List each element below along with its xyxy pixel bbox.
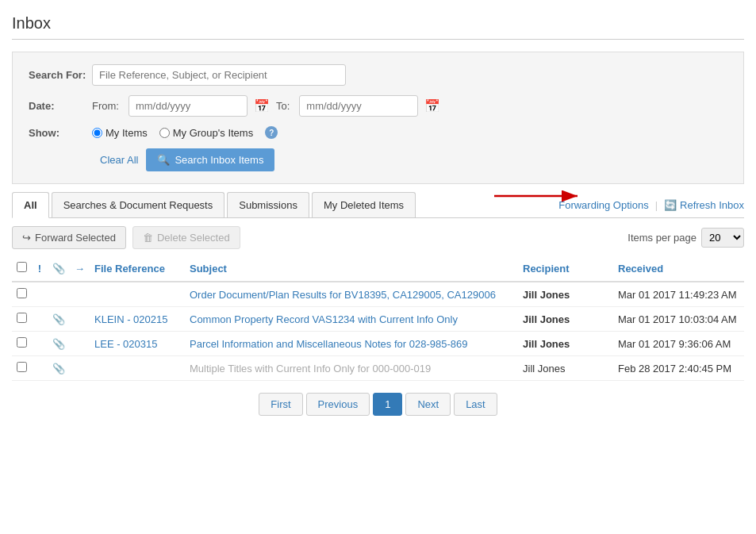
col-header-received[interactable]: Received bbox=[613, 255, 744, 282]
items-per-page-select[interactable]: 10 20 50 100 bbox=[701, 228, 744, 248]
attachment-icon: 📎 bbox=[52, 313, 65, 325]
forwarding-options-link[interactable]: Forwarding Options bbox=[558, 199, 648, 211]
row-exclamation-cell bbox=[32, 332, 48, 356]
row-attachment-cell: 📎 bbox=[48, 332, 70, 356]
next-page-button[interactable]: Next bbox=[405, 393, 451, 416]
col-header-exclamation: ! bbox=[32, 255, 48, 282]
tab-submissions[interactable]: Submissions bbox=[227, 192, 309, 217]
row-attachment-cell: 📎 bbox=[48, 356, 70, 381]
row-exclamation-cell bbox=[32, 282, 48, 307]
row-exclamation-cell bbox=[32, 356, 48, 381]
help-icon[interactable]: ? bbox=[265, 126, 278, 139]
previous-page-button[interactable]: Previous bbox=[306, 393, 370, 416]
last-page-button[interactable]: Last bbox=[454, 393, 497, 416]
row-checkbox-3[interactable] bbox=[17, 362, 27, 372]
search-icon: 🔍 bbox=[157, 154, 170, 166]
delete-selected-button: 🗑 Delete Selected bbox=[132, 226, 240, 249]
subject-link-1[interactable]: Common Property Record VAS1234 with Curr… bbox=[190, 313, 458, 325]
search-for-label: Search For: bbox=[29, 69, 92, 81]
row-arrow-cell bbox=[70, 307, 90, 332]
col-header-subject[interactable]: Subject bbox=[185, 255, 518, 282]
row-attachment-cell: 📎 bbox=[48, 307, 70, 332]
search-actions-row: Clear All 🔍 Search Inbox Items bbox=[29, 148, 727, 171]
subject-link-3[interactable]: Multiple Titles with Current Info Only f… bbox=[190, 363, 431, 375]
row-recipient: Jill Jones bbox=[518, 356, 613, 381]
subject-link-2[interactable]: Parcel Information and Miscellaneous Not… bbox=[190, 338, 467, 350]
forward-icon: ↪ bbox=[22, 232, 31, 244]
from-label: From: bbox=[92, 100, 119, 112]
from-date-input[interactable] bbox=[129, 95, 248, 117]
row-subject[interactable]: Multiple Titles with Current Info Only f… bbox=[185, 356, 518, 381]
col-header-check[interactable] bbox=[12, 255, 32, 282]
row-checkbox-2[interactable] bbox=[17, 337, 27, 348]
my-items-radio[interactable] bbox=[92, 128, 102, 138]
refresh-icon: 🔄 bbox=[664, 199, 677, 211]
tab-deleted[interactable]: My Deleted Items bbox=[312, 192, 416, 217]
date-inputs: From: 📅 To: 📅 bbox=[92, 95, 440, 117]
table-row: 📎 Multiple Titles with Current Info Only… bbox=[12, 356, 744, 381]
col-header-file-ref[interactable]: File Reference bbox=[90, 255, 185, 282]
subject-link-0[interactable]: Order Document/Plan Results for BV18395,… bbox=[190, 289, 496, 301]
row-subject[interactable]: Order Document/Plan Results for BV18395,… bbox=[185, 282, 518, 307]
forwarding-area: Forwarding Options | 🔄 Refresh Inbox bbox=[558, 199, 744, 211]
forward-selected-button[interactable]: ↪ Forward Selected bbox=[12, 226, 126, 249]
row-exclamation-cell bbox=[32, 307, 48, 332]
group-items-radio-label[interactable]: My Group's Items bbox=[159, 127, 253, 139]
table-row: 📎 LEE - 020315 Parcel Information and Mi… bbox=[12, 332, 744, 356]
row-received: Feb 28 2017 2:40:45 PM bbox=[613, 356, 744, 381]
group-items-label: My Group's Items bbox=[173, 127, 253, 139]
delete-selected-label: Delete Selected bbox=[157, 232, 230, 244]
row-arrow-cell bbox=[70, 356, 90, 381]
row-arrow-cell bbox=[70, 332, 90, 356]
pagination: First Previous 1 Next Last bbox=[12, 393, 744, 428]
current-page-button[interactable]: 1 bbox=[373, 393, 402, 416]
to-date-input[interactable] bbox=[299, 95, 418, 117]
search-panel: Search For: Date: From: 📅 To: 📅 Show: My… bbox=[12, 52, 744, 184]
from-calendar-icon[interactable]: 📅 bbox=[254, 98, 270, 113]
table-row: Order Document/Plan Results for BV18395,… bbox=[12, 282, 744, 307]
row-recipient: Jill Jones bbox=[518, 332, 613, 356]
toolbar: ↪ Forward Selected 🗑 Delete Selected Ite… bbox=[12, 226, 744, 249]
col-header-attachment: 📎 bbox=[48, 255, 70, 282]
my-items-radio-label[interactable]: My Items bbox=[92, 127, 148, 139]
row-checkbox-cell[interactable] bbox=[12, 356, 32, 381]
show-row: Show: My Items My Group's Items ? bbox=[29, 126, 727, 139]
row-file-ref: KLEIN - 020215 bbox=[90, 307, 185, 332]
clear-all-button[interactable]: Clear All bbox=[100, 154, 138, 166]
row-arrow-cell bbox=[70, 282, 90, 307]
refresh-inbox-button[interactable]: 🔄 Refresh Inbox bbox=[664, 199, 744, 211]
search-inbox-button[interactable]: 🔍 Search Inbox Items bbox=[146, 148, 274, 171]
tab-all[interactable]: All bbox=[12, 192, 49, 218]
row-subject[interactable]: Parcel Information and Miscellaneous Not… bbox=[185, 332, 518, 356]
search-for-input[interactable] bbox=[92, 64, 346, 86]
first-page-button[interactable]: First bbox=[259, 393, 302, 416]
row-checkbox-cell[interactable] bbox=[12, 307, 32, 332]
date-row: Date: From: 📅 To: 📅 bbox=[29, 95, 727, 117]
row-file-ref: LEE - 020315 bbox=[90, 332, 185, 356]
pipe-divider: | bbox=[655, 199, 658, 211]
tabs-wrapper: All Searches & Document Requests Submiss… bbox=[12, 192, 744, 218]
row-checkbox-cell[interactable] bbox=[12, 282, 32, 307]
attachment-icon: 📎 bbox=[52, 363, 65, 375]
row-checkbox-0[interactable] bbox=[17, 288, 27, 298]
page-wrapper: Inbox Search For: Date: From: 📅 To: 📅 Sh… bbox=[0, 0, 756, 534]
search-inbox-button-label: Search Inbox Items bbox=[175, 154, 263, 166]
inbox-table: ! 📎 → File Reference Subject Recipient R… bbox=[12, 255, 744, 381]
group-items-radio[interactable] bbox=[159, 128, 170, 138]
page-title: Inbox bbox=[12, 8, 744, 40]
attachment-icon: 📎 bbox=[52, 338, 65, 350]
col-header-recipient[interactable]: Recipient bbox=[518, 255, 613, 282]
search-for-row: Search For: bbox=[29, 64, 727, 86]
my-items-label: My Items bbox=[106, 127, 148, 139]
row-received: Mar 01 2017 9:36:06 AM bbox=[613, 332, 744, 356]
to-calendar-icon[interactable]: 📅 bbox=[424, 98, 440, 113]
row-checkbox-1[interactable] bbox=[17, 313, 27, 323]
row-checkbox-cell[interactable] bbox=[12, 332, 32, 356]
tabs-area: All Searches & Document Requests Submiss… bbox=[12, 192, 744, 218]
row-received: Mar 01 2017 11:49:23 AM bbox=[613, 282, 744, 307]
tab-searches[interactable]: Searches & Document Requests bbox=[52, 192, 225, 217]
row-subject[interactable]: Common Property Record VAS1234 with Curr… bbox=[185, 307, 518, 332]
items-per-page-control: Items per page 10 20 50 100 bbox=[627, 228, 744, 248]
row-file-ref bbox=[90, 356, 185, 381]
select-all-checkbox[interactable] bbox=[17, 262, 27, 272]
